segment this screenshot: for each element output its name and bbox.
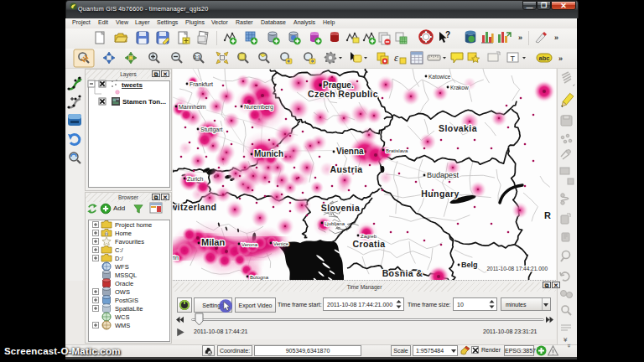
svg-text:1:1: 1:1 bbox=[195, 54, 200, 59]
svg-text:Venice: Venice bbox=[273, 241, 289, 246]
svg-text:Katowice: Katowice bbox=[428, 74, 451, 80]
svg-text:?: ? bbox=[445, 30, 450, 39]
svg-text:tweets: tweets bbox=[122, 81, 143, 89]
svg-text:Mannheim: Mannheim bbox=[179, 104, 206, 110]
svg-text:rin: rin bbox=[173, 255, 179, 261]
svg-text:abc: abc bbox=[539, 54, 550, 62]
svg-text:ε: ε bbox=[394, 51, 399, 64]
svg-text:Verona: Verona bbox=[242, 242, 258, 247]
svg-text:Milan: Milan bbox=[201, 237, 225, 247]
svg-text:Bosnia &: Bosnia & bbox=[382, 268, 423, 278]
svg-text:Czech Republic: Czech Republic bbox=[308, 89, 378, 99]
svg-text:WFS: WFS bbox=[115, 263, 129, 271]
svg-text:WMS: WMS bbox=[115, 322, 130, 329]
svg-text:¥: ¥ bbox=[563, 336, 568, 344]
svg-text:Budapest: Budapest bbox=[427, 171, 460, 179]
svg-text:Bratislava: Bratislava bbox=[386, 148, 408, 153]
svg-text:Favourites: Favourites bbox=[115, 238, 144, 246]
svg-text:Munich: Munich bbox=[254, 149, 283, 158]
svg-text:2011-10-08 17:44:21.000: 2011-10-08 17:44:21.000 bbox=[486, 266, 548, 272]
svg-text:Krakow: Krakow bbox=[450, 85, 469, 90]
svg-text:Add: Add bbox=[113, 204, 125, 212]
svg-text:Home: Home bbox=[115, 230, 132, 237]
svg-text:Croatia: Croatia bbox=[353, 239, 386, 249]
svg-text:Slovenia: Slovenia bbox=[321, 203, 360, 213]
svg-text:Stamen Ton...: Stamen Ton... bbox=[122, 98, 166, 106]
svg-text:OWS: OWS bbox=[115, 288, 130, 296]
svg-text:D:/: D:/ bbox=[115, 255, 124, 262]
svg-text:Slovakia: Slovakia bbox=[439, 123, 477, 133]
svg-text:C:/: C:/ bbox=[115, 246, 124, 254]
svg-text:Project home: Project home bbox=[115, 221, 152, 229]
svg-text:»: » bbox=[554, 34, 558, 42]
svg-text:SpatiaLite: SpatiaLite bbox=[115, 305, 143, 313]
svg-text:R: R bbox=[544, 210, 551, 220]
svg-text:Stuttgart: Stuttgart bbox=[200, 127, 223, 133]
svg-text:Oracle: Oracle bbox=[115, 280, 133, 287]
svg-text:Belg: Belg bbox=[461, 261, 478, 269]
svg-text:»: » bbox=[558, 54, 563, 63]
svg-text:Vienna: Vienna bbox=[336, 147, 364, 156]
svg-text:Ljubljana: Ljubljana bbox=[325, 221, 345, 226]
svg-text:witzerland: witzerland bbox=[173, 202, 216, 212]
svg-text:MSSQL: MSSQL bbox=[115, 272, 137, 279]
svg-text:Nuremberg: Nuremberg bbox=[244, 104, 273, 111]
svg-text:T: T bbox=[511, 54, 516, 63]
svg-text:Frankfurt: Frankfurt bbox=[190, 81, 213, 87]
svg-text:Zurich: Zurich bbox=[187, 176, 204, 182]
svg-text:WCS: WCS bbox=[115, 313, 130, 321]
svg-text:Austria: Austria bbox=[330, 164, 363, 174]
svg-text:»: » bbox=[518, 34, 522, 42]
svg-text:PostGIS: PostGIS bbox=[115, 297, 138, 304]
svg-text:Hungary: Hungary bbox=[421, 189, 459, 199]
